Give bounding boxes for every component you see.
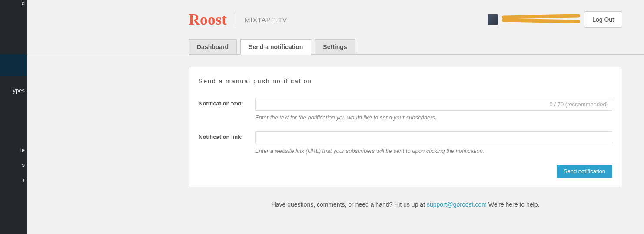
footer-after: We're here to help. [487, 201, 539, 208]
notification-link-input[interactable] [255, 131, 612, 144]
notification-link-row: Notification link: Enter a website link … [199, 131, 612, 154]
notification-text-label: Notification text: [199, 98, 255, 107]
tabs: Dashboard Send a notification Settings [189, 39, 644, 55]
tab-dashboard[interactable]: Dashboard [189, 39, 237, 54]
notification-text-input[interactable] [255, 98, 612, 111]
sidebar-item-active-bg [0, 54, 27, 76]
panel-title: Send a manual push notification [199, 78, 612, 85]
sidebar-item-fragment[interactable]: d [22, 0, 25, 7]
sidebar-item-fragment[interactable]: ypes [13, 87, 25, 94]
sidebar-item-fragment[interactable]: r [23, 177, 25, 183]
sidebar-item-fragment[interactable]: le [20, 147, 25, 153]
tab-send-notification[interactable]: Send a notification [240, 39, 311, 55]
notification-link-label: Notification link: [199, 131, 255, 140]
send-notification-button[interactable]: Send notification [557, 165, 612, 178]
footer-text: Have questions, comments, or need a hand… [189, 201, 622, 208]
notification-text-field: 0 / 70 (reccommended) Enter the text for… [255, 98, 612, 121]
avatar [488, 14, 498, 25]
notification-text-input-wrap: 0 / 70 (reccommended) [255, 98, 612, 111]
header-bar: Roost MIXTAPE.TV Log Out [27, 0, 644, 39]
notification-link-help: Enter a website link (URL) that your sub… [255, 148, 612, 154]
site-name: MIXTAPE.TV [245, 16, 287, 23]
logout-button[interactable]: Log Out [584, 11, 622, 28]
sidebar-item-fragment[interactable]: s [22, 161, 25, 168]
wp-admin-sidebar: d ypes le s r [0, 0, 27, 234]
support-email-link[interactable]: support@goroost.com [427, 201, 487, 208]
username-redacted [504, 14, 578, 25]
notification-panel: Send a manual push notification Notifica… [189, 67, 622, 187]
content-area: Send a manual push notification Notifica… [189, 67, 622, 208]
notification-link-field: Enter a website link (URL) that your sub… [255, 131, 612, 154]
main-content: Roost MIXTAPE.TV Log Out Dashboard Send … [27, 0, 644, 234]
notification-text-row: Notification text: 0 / 70 (reccommended)… [199, 98, 612, 121]
roost-logo: Roost [189, 12, 227, 27]
header-right: Log Out [488, 11, 622, 28]
tab-settings[interactable]: Settings [315, 39, 355, 54]
header-divider [236, 12, 236, 27]
footer-before: Have questions, comments, or need a hand… [272, 201, 427, 208]
notification-text-help: Enter the text for the notification you … [255, 114, 612, 121]
